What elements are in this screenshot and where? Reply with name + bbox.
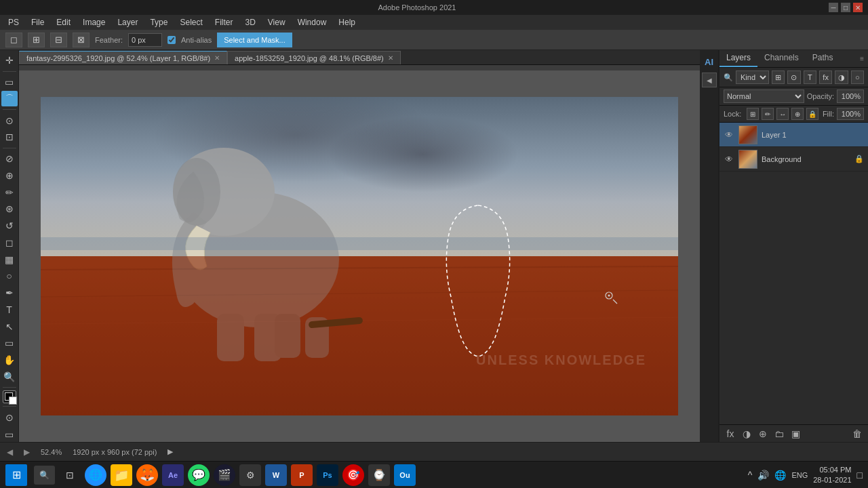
tab-paths[interactable]: Paths bbox=[806, 50, 840, 67]
menu-window[interactable]: Window bbox=[292, 16, 332, 28]
taskbar-watch[interactable]: ⌚ bbox=[368, 464, 390, 486]
ai-panel-btn[interactable]: ◀ bbox=[702, 73, 717, 87]
status-arrow-left[interactable]: ◀ bbox=[7, 447, 13, 457]
layer-mask-btn[interactable]: ◑ bbox=[740, 427, 753, 441]
layer-visibility-bg[interactable]: 👁 bbox=[724, 154, 734, 165]
menu-layer[interactable]: Layer bbox=[112, 16, 143, 28]
taskbar-network[interactable]: 🌐 bbox=[774, 470, 786, 481]
lasso-tool[interactable]: ⌒ bbox=[1, 91, 18, 106]
taskbar-word[interactable]: W bbox=[265, 464, 287, 486]
taskbar-explorer[interactable]: 📁 bbox=[111, 464, 132, 486]
taskbar-firefox[interactable]: 🦊 bbox=[136, 464, 158, 486]
tab-fantasy[interactable]: fantasy-2995326_1920.jpg @ 52.4% (Layer … bbox=[19, 51, 227, 64]
fill-input[interactable] bbox=[837, 108, 864, 120]
maximize-button[interactable]: □ bbox=[841, 3, 850, 12]
layer-group-btn[interactable]: 🗀 bbox=[772, 427, 786, 441]
menu-type[interactable]: Type bbox=[144, 16, 173, 28]
menu-select[interactable]: Select bbox=[174, 16, 208, 28]
filter-smart-btn[interactable]: ◑ bbox=[835, 70, 848, 84]
filter-adj-btn[interactable]: ⊙ bbox=[787, 70, 800, 84]
foreground-color[interactable] bbox=[3, 390, 16, 403]
new-selection-btn[interactable]: ◻ bbox=[5, 33, 22, 47]
canvas-wrapper[interactable]: UNLESS KNOWLEDGE bbox=[19, 70, 700, 442]
taskbar-outlook[interactable]: Ou bbox=[394, 464, 416, 486]
status-arrow-right[interactable]: ▶ bbox=[24, 447, 30, 457]
select-and-mask-button[interactable]: Select and Mask... bbox=[217, 33, 292, 47]
filter-pixel-btn[interactable]: ⊞ bbox=[772, 70, 785, 84]
taskbar-davinci[interactable]: ⚙ bbox=[239, 464, 261, 486]
crop-tool[interactable]: ⊡ bbox=[1, 129, 18, 145]
clone-tool[interactable]: ⊛ bbox=[1, 201, 18, 217]
taskbar-photoshop[interactable]: Ps bbox=[317, 464, 338, 486]
menu-image[interactable]: Image bbox=[77, 16, 111, 28]
taskbar-search[interactable]: 🔍 bbox=[34, 466, 55, 485]
tab-apple[interactable]: apple-1853259_1920.jpg @ 48.1% (RGB/8#) … bbox=[227, 51, 401, 64]
subtract-selection-btn[interactable]: ⊟ bbox=[50, 33, 67, 47]
taskbar-clock[interactable]: 05:04 PM 28-01-2021 bbox=[813, 465, 851, 485]
tab-close-fantasy[interactable]: ✕ bbox=[214, 54, 220, 62]
taskbar-media[interactable]: 🎬 bbox=[214, 464, 235, 486]
dodge-tool[interactable]: ○ bbox=[1, 268, 18, 284]
feather-input[interactable] bbox=[128, 33, 162, 47]
filter-toggle-btn[interactable]: ○ bbox=[851, 70, 864, 84]
history-brush[interactable]: ↺ bbox=[1, 218, 18, 234]
intersect-selection-btn[interactable]: ⊠ bbox=[73, 33, 90, 47]
tab-layers[interactable]: Layers bbox=[719, 50, 757, 67]
minimize-button[interactable]: ─ bbox=[829, 3, 838, 12]
taskbar-volume[interactable]: 🔊 bbox=[757, 470, 769, 481]
canvas-area[interactable]: fantasy-2995326_1920.jpg @ 52.4% (Layer … bbox=[19, 50, 700, 442]
menu-file[interactable]: File bbox=[26, 16, 50, 28]
blend-mode-select[interactable]: Normal Multiply Screen Overlay bbox=[724, 89, 804, 103]
marquee-tool[interactable]: ▭ bbox=[1, 75, 18, 90]
menu-help[interactable]: Help bbox=[333, 16, 361, 28]
layer-new-btn[interactable]: ▣ bbox=[789, 427, 802, 441]
layer-item-background[interactable]: 👁 Background 🔒 bbox=[719, 147, 868, 171]
taskbar-browser[interactable]: 🌐 bbox=[85, 464, 106, 486]
close-button[interactable]: ✕ bbox=[853, 3, 863, 12]
taskbar-lang[interactable]: ENG bbox=[791, 471, 808, 479]
opacity-input[interactable] bbox=[837, 89, 864, 103]
pen-tool[interactable]: ✒ bbox=[1, 285, 18, 301]
add-selection-btn[interactable]: ⊞ bbox=[28, 33, 45, 47]
start-button[interactable]: ⊞ bbox=[5, 464, 27, 486]
lock-position-btn[interactable]: ↔ bbox=[776, 108, 789, 120]
shape-tool[interactable]: ▭ bbox=[1, 336, 18, 351]
eraser-tool[interactable]: ◻ bbox=[1, 235, 18, 251]
taskbar-notification[interactable]: □ bbox=[857, 470, 863, 481]
screen-mode-btn[interactable]: ▭ bbox=[1, 426, 18, 442]
healing-tool[interactable]: ⊕ bbox=[1, 167, 18, 183]
gradient-tool[interactable]: ▦ bbox=[1, 251, 18, 267]
menu-view[interactable]: View bbox=[262, 16, 291, 28]
menu-filter[interactable]: Filter bbox=[210, 16, 239, 28]
lock-transparent-btn[interactable]: ⊞ bbox=[747, 108, 759, 120]
tab-close-apple[interactable]: ✕ bbox=[388, 54, 393, 62]
type-tool[interactable]: T bbox=[1, 302, 18, 318]
taskbar-caret[interactable]: ^ bbox=[748, 470, 753, 481]
layer-delete-btn[interactable]: 🗑 bbox=[850, 427, 864, 441]
filter-text-btn[interactable]: T bbox=[804, 70, 816, 84]
layer-item-layer1[interactable]: 👁 Layer 1 bbox=[719, 123, 868, 147]
lock-artboard-btn[interactable]: ⊕ bbox=[791, 108, 804, 120]
path-tool[interactable]: ↖ bbox=[1, 319, 18, 334]
taskbar-whatsapp[interactable]: 💬 bbox=[188, 464, 210, 486]
lock-image-btn[interactable]: ✏ bbox=[762, 108, 774, 120]
lock-all-btn[interactable]: 🔒 bbox=[806, 108, 818, 120]
layer-kind-select[interactable]: Kind bbox=[736, 70, 769, 84]
move-tool[interactable]: ✛ bbox=[1, 53, 18, 68]
antialias-checkbox[interactable] bbox=[167, 36, 176, 44]
task-view-btn[interactable]: ⊡ bbox=[59, 464, 81, 486]
canvas-image[interactable]: UNLESS KNOWLEDGE bbox=[41, 97, 678, 415]
brush-tool[interactable]: ✏ bbox=[1, 184, 18, 200]
taskbar-powerpoint[interactable]: P bbox=[291, 464, 313, 486]
quick-selection-tool[interactable]: ⊙ bbox=[1, 113, 18, 128]
hand-tool[interactable]: ✋ bbox=[1, 352, 18, 368]
taskbar-game[interactable]: 🎯 bbox=[342, 464, 364, 486]
quick-mask-btn[interactable]: ⊙ bbox=[1, 409, 18, 425]
menu-3d[interactable]: 3D bbox=[239, 16, 260, 28]
panel-collapse-btn[interactable]: ≡ bbox=[860, 55, 864, 62]
tab-channels[interactable]: Channels bbox=[757, 50, 806, 67]
menu-ps[interactable]: PS bbox=[3, 16, 24, 28]
eyedropper-tool[interactable]: ⊘ bbox=[1, 151, 18, 167]
filter-shape-btn[interactable]: fx bbox=[819, 70, 832, 84]
menu-edit[interactable]: Edit bbox=[51, 16, 76, 28]
